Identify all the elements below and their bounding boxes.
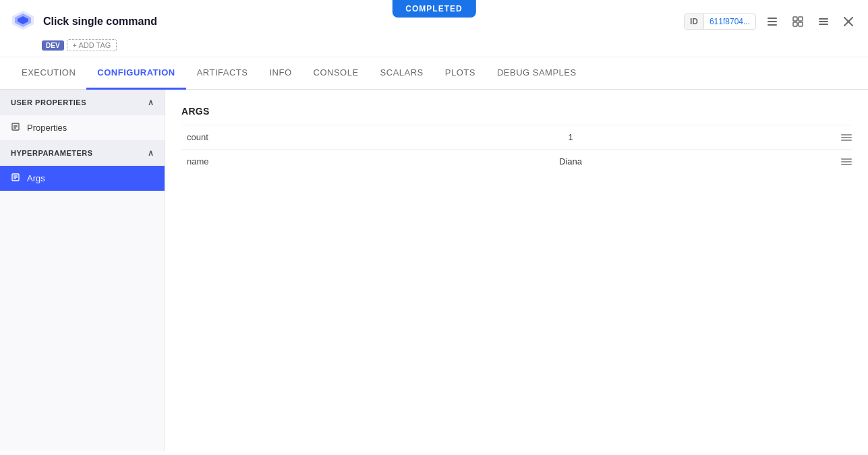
add-tag-button[interactable]: + ADD TAG — [67, 39, 117, 51]
task-title: Click single command — [43, 16, 684, 28]
user-properties-chevron: ∧ — [148, 98, 154, 107]
user-properties-label: USER PROPERTIES — [11, 98, 86, 107]
svg-rect-11 — [819, 21, 828, 22]
tab-configuration[interactable]: CONFIGURATION — [86, 57, 185, 90]
tab-execution[interactable]: EXECUTION — [11, 57, 86, 90]
sidebar-item-properties[interactable]: Properties — [0, 115, 165, 140]
args-value-count: 1 — [316, 132, 825, 142]
args-key-count: count — [181, 132, 316, 142]
close-button[interactable] — [840, 13, 857, 30]
tab-scalars[interactable]: SCALARS — [370, 57, 434, 90]
args-icon — [11, 173, 20, 184]
id-value: 611f8704... — [704, 14, 755, 29]
args-row-name: name Diana — [181, 149, 852, 173]
tab-console[interactable]: CONSOLE — [303, 57, 370, 90]
sidebar-section-hyperparameters[interactable]: HYPERPARAMETERS ∧ — [0, 140, 165, 166]
row-menu-count[interactable] — [841, 134, 852, 141]
id-badge: ID 611f8704... — [684, 13, 756, 30]
list-view-button[interactable] — [763, 12, 782, 31]
hyperparameters-chevron: ∧ — [148, 148, 154, 158]
tab-debug-samples[interactable]: DEBUG SAMPLES — [486, 57, 587, 90]
svg-rect-6 — [793, 17, 797, 21]
args-row-count: count 1 — [181, 125, 852, 149]
dev-tag: DEV — [42, 40, 64, 51]
properties-icon — [11, 122, 20, 133]
tags-row: DEV + ADD TAG — [0, 38, 868, 57]
svg-rect-7 — [799, 17, 803, 21]
args-label: Args — [27, 173, 45, 183]
tab-info[interactable]: INFO — [258, 57, 302, 90]
args-section-title: ARGS — [181, 106, 852, 117]
svg-rect-5 — [768, 24, 777, 26]
svg-rect-3 — [768, 18, 777, 19]
main-layout: USER PROPERTIES ∧ Properties HYPERPARAME… — [0, 90, 868, 452]
tab-artifacts[interactable]: ARTIFACTS — [186, 57, 259, 90]
sidebar-section-user-properties[interactable]: USER PROPERTIES ∧ — [0, 90, 165, 115]
args-key-name: name — [181, 156, 316, 166]
svg-rect-10 — [819, 18, 828, 20]
completed-banner: COMPLETED — [392, 0, 475, 18]
app-logo — [11, 8, 35, 35]
args-actions-name[interactable] — [825, 158, 852, 165]
args-actions-count[interactable] — [825, 134, 852, 141]
tab-plots[interactable]: PLOTS — [434, 57, 486, 90]
completed-label: COMPLETED — [405, 4, 462, 13]
svg-rect-9 — [799, 22, 803, 26]
svg-rect-12 — [819, 24, 828, 25]
tabs-bar: EXECUTION CONFIGURATION ARTIFACTS INFO C… — [0, 57, 868, 90]
header-right: ID 611f8704... — [684, 12, 857, 31]
more-options-button[interactable] — [814, 12, 833, 31]
args-value-name: Diana — [316, 156, 825, 166]
id-label: ID — [685, 14, 704, 29]
content-area: ARGS count 1 name Diana — [165, 90, 868, 452]
sidebar-item-args[interactable]: Args — [0, 166, 165, 191]
hyperparameters-label: HYPERPARAMETERS — [11, 149, 93, 157]
svg-rect-8 — [793, 22, 797, 26]
row-menu-name[interactable] — [841, 158, 852, 165]
sidebar: USER PROPERTIES ∧ Properties HYPERPARAME… — [0, 90, 165, 452]
svg-rect-4 — [768, 21, 777, 22]
image-view-button[interactable] — [788, 12, 807, 31]
properties-label: Properties — [27, 123, 67, 133]
